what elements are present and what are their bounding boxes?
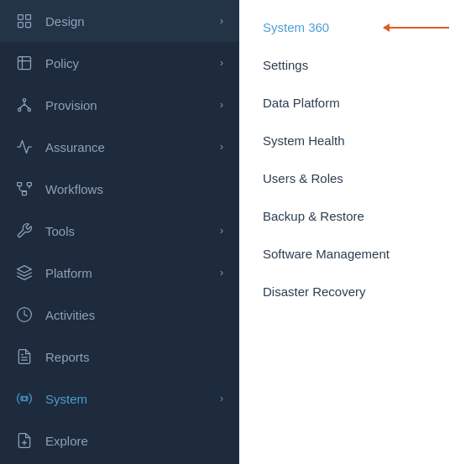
right-panel-item-label: System 360 bbox=[263, 20, 329, 34]
system-icon bbox=[15, 389, 34, 408]
workflows-icon bbox=[15, 180, 34, 198]
design-icon bbox=[15, 12, 34, 30]
right-panel: System 360 Settings Data Platform System… bbox=[239, 0, 476, 464]
chevron-right-icon: › bbox=[220, 267, 223, 279]
reports-icon bbox=[15, 347, 34, 366]
right-panel-item-softwaremgmt[interactable]: Software Management bbox=[239, 235, 476, 273]
chevron-right-icon: › bbox=[220, 225, 223, 237]
sidebar-item-label: System bbox=[45, 392, 87, 406]
activities-icon bbox=[15, 305, 34, 324]
chevron-right-icon: › bbox=[220, 393, 223, 404]
right-panel-item-usersroles[interactable]: Users & Roles bbox=[239, 159, 476, 197]
sidebar-item-label: Assurance bbox=[45, 140, 105, 154]
sidebar-item-label: Design bbox=[45, 14, 85, 29]
right-panel-item-label: Disaster Recovery bbox=[263, 284, 366, 299]
svg-rect-0 bbox=[18, 15, 24, 20]
svg-rect-2 bbox=[18, 23, 24, 28]
sidebar-item-label: Provision bbox=[45, 98, 97, 112]
sidebar-item-label: Workflows bbox=[45, 182, 103, 196]
svg-point-13 bbox=[23, 397, 27, 401]
provision-icon bbox=[15, 96, 34, 114]
sidebar-item-label: Tools bbox=[45, 224, 75, 238]
sidebar-item-activities[interactable]: Activities bbox=[0, 294, 238, 336]
sidebar-item-tools[interactable]: Tools › bbox=[0, 210, 238, 252]
sidebar-item-provision[interactable]: Provision › bbox=[0, 84, 238, 126]
platform-icon bbox=[15, 263, 34, 282]
sidebar-item-policy[interactable]: Policy › bbox=[0, 42, 238, 84]
tools-icon bbox=[15, 222, 34, 240]
sidebar-item-assurance[interactable]: Assurance › bbox=[0, 126, 238, 168]
right-panel-item-label: System Health bbox=[263, 133, 345, 148]
sidebar-item-reports[interactable]: Reports bbox=[0, 336, 238, 378]
right-panel-item-label: Users & Roles bbox=[263, 171, 343, 185]
svg-rect-1 bbox=[26, 15, 31, 20]
sidebar-item-explore[interactable]: Explore bbox=[0, 420, 238, 461]
sidebar-item-label: Policy bbox=[45, 56, 79, 70]
sidebar-item-label: Reports bbox=[45, 350, 90, 364]
sidebar-item-system[interactable]: System › bbox=[0, 378, 238, 420]
sidebar-item-workflows[interactable]: Workflows bbox=[0, 168, 238, 210]
sidebar-item-design[interactable]: Design › bbox=[0, 0, 238, 42]
right-panel-item-backuprestore[interactable]: Backup & Restore bbox=[239, 197, 476, 235]
chevron-right-icon: › bbox=[220, 141, 223, 153]
right-panel-item-systemhealth[interactable]: System Health bbox=[239, 122, 476, 159]
explore-icon bbox=[15, 431, 34, 450]
right-panel-item-dataplatform[interactable]: Data Platform bbox=[239, 84, 476, 122]
sidebar-item-label: Activities bbox=[45, 308, 95, 322]
right-panel-item-label: Software Management bbox=[263, 247, 390, 261]
arrow-head bbox=[383, 23, 390, 32]
chevron-right-icon: › bbox=[220, 57, 223, 69]
arrow-annotation bbox=[384, 27, 452, 29]
sidebar: Design › Policy › Provision › Assurance bbox=[0, 0, 239, 464]
right-panel-item-disasterrecovery[interactable]: Disaster Recovery bbox=[239, 273, 476, 310]
arrow-line bbox=[384, 27, 449, 29]
chevron-right-icon: › bbox=[220, 99, 223, 111]
policy-icon bbox=[15, 54, 34, 72]
svg-rect-3 bbox=[26, 23, 31, 28]
right-panel-item-label: Backup & Restore bbox=[263, 209, 364, 223]
right-panel-item-label: Settings bbox=[263, 58, 308, 72]
chevron-right-icon: › bbox=[220, 15, 223, 27]
svg-rect-9 bbox=[23, 191, 27, 195]
assurance-icon bbox=[15, 138, 34, 156]
sidebar-item-label: Platform bbox=[45, 266, 92, 280]
sidebar-item-label: Explore bbox=[45, 434, 88, 448]
right-panel-item-settings[interactable]: Settings bbox=[239, 46, 476, 84]
sidebar-item-platform[interactable]: Platform › bbox=[0, 252, 238, 294]
right-panel-item-label: Data Platform bbox=[263, 96, 340, 110]
right-panel-item-system360[interactable]: System 360 bbox=[239, 8, 476, 46]
